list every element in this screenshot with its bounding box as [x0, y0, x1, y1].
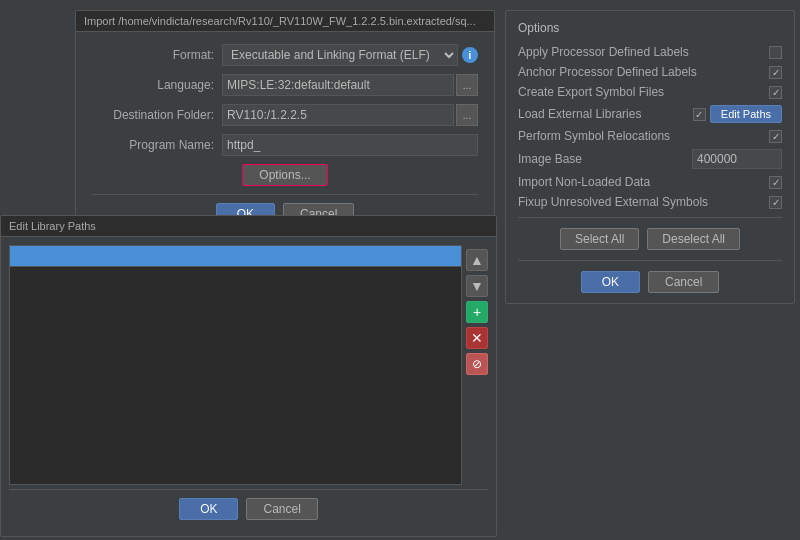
paths-list-empty [10, 267, 461, 477]
options-ok-row: OK Cancel [518, 260, 782, 293]
import-dialog: Import /home/vindicta/research/Rv110/_RV… [75, 10, 495, 244]
load-external-checkbox[interactable] [693, 108, 706, 121]
dest-folder-row: Destination Folder: RV110:/1.2.2.5 ... [92, 104, 478, 126]
edit-paths-button[interactable]: Edit Paths [710, 105, 782, 123]
options-title: Options [518, 21, 782, 35]
language-label: Language: [92, 78, 222, 92]
format-select[interactable]: Executable and Linking Format (ELF) [222, 44, 458, 66]
program-name-label: Program Name: [92, 138, 222, 152]
format-label: Format: [92, 48, 222, 62]
import-non-loaded-row: Import Non-Loaded Data [518, 175, 782, 189]
options-panel: Options Apply Processor Defined Labels A… [505, 10, 795, 304]
import-dialog-title: Import /home/vindicta/research/Rv110/_RV… [76, 11, 494, 32]
program-name-value[interactable]: httpd_ [222, 134, 478, 156]
edit-paths-buttons: OK Cancel [9, 489, 488, 528]
apply-labels-checkbox[interactable] [769, 46, 782, 59]
options-btn-row: Options... [92, 164, 478, 186]
import-non-loaded-label: Import Non-Loaded Data [518, 175, 650, 189]
dest-folder-ellipsis-btn[interactable]: ... [456, 104, 478, 126]
anchor-labels-label: Anchor Processor Defined Labels [518, 65, 697, 79]
options-button[interactable]: Options... [242, 164, 327, 186]
edit-paths-cancel-button[interactable]: Cancel [246, 498, 317, 520]
perform-reloc-label: Perform Symbol Relocations [518, 129, 670, 143]
fixup-unresolved-label: Fixup Unresolved External Symbols [518, 195, 708, 209]
load-external-row: Load External Libraries Edit Paths [518, 105, 782, 123]
apply-labels-label: Apply Processor Defined Labels [518, 45, 689, 59]
load-external-label: Load External Libraries [518, 107, 641, 121]
create-export-checkbox[interactable] [769, 86, 782, 99]
dest-folder-label: Destination Folder: [92, 108, 222, 122]
edit-paths-ok-button[interactable]: OK [179, 498, 238, 520]
image-base-input[interactable] [692, 149, 782, 169]
paths-controls: ▲ ▼ + ✕ ⊘ [466, 245, 488, 485]
image-base-label: Image Base [518, 152, 582, 166]
select-all-button[interactable]: Select All [560, 228, 639, 250]
clear-paths-button[interactable]: ⊘ [466, 353, 488, 375]
create-export-label: Create Export Symbol Files [518, 85, 664, 99]
format-row: Format: Executable and Linking Format (E… [92, 44, 478, 66]
dest-folder-value: RV110:/1.2.2.5 [222, 104, 454, 126]
deselect-all-button[interactable]: Deselect All [647, 228, 740, 250]
options-cancel-button[interactable]: Cancel [648, 271, 719, 293]
edit-paths-title: Edit Library Paths [1, 216, 496, 237]
paths-list [9, 245, 462, 485]
fixup-unresolved-checkbox[interactable] [769, 196, 782, 209]
remove-path-button[interactable]: ✕ [466, 327, 488, 349]
move-up-button[interactable]: ▲ [466, 249, 488, 271]
move-down-button[interactable]: ▼ [466, 275, 488, 297]
paths-list-area: ▲ ▼ + ✕ ⊘ [9, 245, 488, 485]
fixup-unresolved-row: Fixup Unresolved External Symbols [518, 195, 782, 209]
anchor-labels-row: Anchor Processor Defined Labels [518, 65, 782, 79]
language-value: MIPS:LE:32:default:default [222, 74, 454, 96]
add-path-button[interactable]: + [466, 301, 488, 323]
create-export-row: Create Export Symbol Files [518, 85, 782, 99]
program-name-row: Program Name: httpd_ [92, 134, 478, 156]
import-non-loaded-checkbox[interactable] [769, 176, 782, 189]
language-ellipsis-btn[interactable]: ... [456, 74, 478, 96]
apply-labels-row: Apply Processor Defined Labels [518, 45, 782, 59]
anchor-labels-checkbox[interactable] [769, 66, 782, 79]
image-base-row: Image Base [518, 149, 782, 169]
options-ok-button[interactable]: OK [581, 271, 640, 293]
language-row: Language: MIPS:LE:32:default:default ... [92, 74, 478, 96]
info-icon[interactable]: i [462, 47, 478, 63]
path-input[interactable] [10, 246, 461, 267]
perform-reloc-checkbox[interactable] [769, 130, 782, 143]
perform-reloc-row: Perform Symbol Relocations [518, 129, 782, 143]
select-deselect-row: Select All Deselect All [518, 228, 782, 250]
edit-paths-dialog: Edit Library Paths ▲ ▼ + ✕ ⊘ OK Cancel [0, 215, 497, 537]
